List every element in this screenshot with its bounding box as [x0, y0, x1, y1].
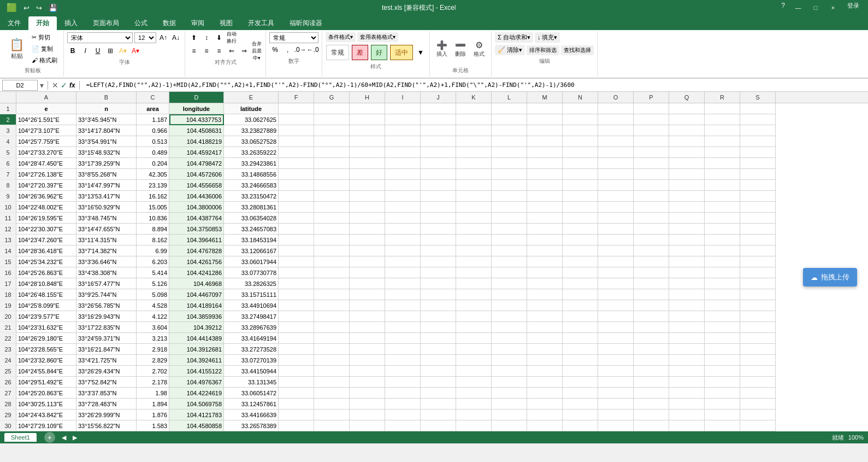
cell-c4[interactable]: 0.513 [137, 136, 169, 147]
cell-i15[interactable] [385, 256, 421, 267]
cell-o21[interactable] [598, 322, 634, 333]
cell-m5[interactable] [527, 147, 563, 158]
cell-o9[interactable] [598, 191, 634, 202]
cell-g13[interactable] [314, 235, 350, 245]
cell-l25[interactable] [492, 366, 527, 377]
name-box-dropdown[interactable]: ▾ [40, 81, 44, 90]
cell-c27[interactable]: 1.98 [137, 388, 169, 399]
cell-d18[interactable]: 104.4467097 [169, 289, 224, 300]
cell-f23[interactable] [279, 344, 314, 355]
cell-c29[interactable]: 1.876 [137, 410, 169, 420]
cell-s11[interactable] [740, 213, 776, 224]
cell-n7[interactable] [563, 169, 598, 180]
cell-a6[interactable]: 104°28'47.450"E [16, 158, 76, 169]
row-num-5[interactable]: 5 [0, 147, 16, 158]
cell-b9[interactable]: 33°13'53.417"N [76, 191, 137, 202]
cell-q16[interactable] [669, 267, 705, 278]
cell-f25[interactable] [279, 366, 314, 377]
cell-o14[interactable] [598, 245, 634, 256]
cell-j23[interactable] [421, 344, 456, 355]
row-num-23[interactable]: 23 [0, 344, 16, 355]
cell-f14[interactable] [279, 245, 314, 256]
cell-o2[interactable] [598, 114, 634, 125]
cell-g16[interactable] [314, 267, 350, 278]
cell-d21[interactable]: 104.39212 [169, 322, 224, 333]
cell-e17[interactable]: 33.2826325 [224, 278, 279, 289]
minimize-btn[interactable]: — [790, 2, 806, 14]
cell-k26[interactable] [456, 377, 492, 388]
cell-b3[interactable]: 33°14'17.804"N [76, 125, 137, 136]
cell-r26[interactable] [705, 377, 740, 388]
clear-btn[interactable]: 🧹 清除▾ [495, 45, 525, 55]
autosum-btn[interactable]: Σ 自动求和▾ [495, 32, 533, 43]
cell-b26[interactable]: 33°7'52.842"N [76, 377, 137, 388]
cell-h7[interactable] [350, 169, 385, 180]
col-header-b[interactable]: B [76, 92, 137, 103]
cell-m3[interactable] [527, 125, 563, 136]
cell-b4[interactable]: 33°3'54.991"N [76, 136, 137, 147]
cell-s23[interactable] [740, 344, 776, 355]
cell-m23[interactable] [527, 344, 563, 355]
row-num-14[interactable]: 14 [0, 245, 16, 256]
cell-k28[interactable] [456, 399, 492, 410]
cell-i5[interactable] [385, 147, 421, 158]
cell-a5[interactable]: 104°27'33.270"E [16, 147, 76, 158]
cell-j10[interactable] [421, 202, 456, 213]
cell-e3[interactable]: 33.23827889 [224, 125, 279, 136]
comma-btn[interactable]: , [282, 44, 293, 55]
tab-file[interactable]: 文件 [0, 16, 28, 30]
cell-m25[interactable] [527, 366, 563, 377]
cell-s3[interactable] [740, 125, 776, 136]
cell-b11[interactable]: 33°3'48.745"N [76, 213, 137, 224]
cell-d9[interactable]: 104.4436006 [169, 191, 224, 202]
cell-i22[interactable] [385, 333, 421, 344]
cell-l9[interactable] [492, 191, 527, 202]
cell-f28[interactable] [279, 399, 314, 410]
cell-g15[interactable] [314, 256, 350, 267]
cell-m7[interactable] [527, 169, 563, 180]
border-btn[interactable]: ⊞ [105, 45, 116, 56]
cell-j17[interactable] [421, 278, 456, 289]
cell-s7[interactable] [740, 169, 776, 180]
cell-r21[interactable] [705, 322, 740, 333]
row-num-15[interactable]: 15 [0, 256, 16, 267]
cell-k3[interactable] [456, 125, 492, 136]
row-num-17[interactable]: 17 [0, 278, 16, 289]
cell-n25[interactable] [563, 366, 598, 377]
col-header-e[interactable]: E [224, 92, 279, 103]
cell-s9[interactable] [740, 191, 776, 202]
cell-f15[interactable] [279, 256, 314, 267]
find-select-btn[interactable]: 查找和选择 [561, 45, 594, 55]
cell-i6[interactable] [385, 158, 421, 169]
cell-j25[interactable] [421, 366, 456, 377]
cell-q14[interactable] [669, 245, 705, 256]
cell-h28[interactable] [350, 399, 385, 410]
cell-r19[interactable] [705, 300, 740, 311]
cell-g21[interactable] [314, 322, 350, 333]
cell-l12[interactable] [492, 224, 527, 235]
cell-l18[interactable] [492, 289, 527, 300]
cell-c19[interactable]: 4.528 [137, 300, 169, 311]
cell-m1[interactable] [527, 103, 563, 114]
wrap-text-btn[interactable]: 自动换行 [226, 32, 237, 43]
cell-i29[interactable] [385, 410, 421, 420]
row-num-18[interactable]: 18 [0, 289, 16, 300]
font-size-select[interactable]: 12 [134, 32, 156, 43]
cell-d29[interactable]: 104.4121783 [169, 410, 224, 420]
cell-a4[interactable]: 104°25'7.759"E [16, 136, 76, 147]
cell-n5[interactable] [563, 147, 598, 158]
cell-s26[interactable] [740, 377, 776, 388]
cell-o3[interactable] [598, 125, 634, 136]
cell-r9[interactable] [705, 191, 740, 202]
cell-b14[interactable]: 33°7'14.382"N [76, 245, 137, 256]
cell-h16[interactable] [350, 267, 385, 278]
cell-q22[interactable] [669, 333, 705, 344]
cell-r7[interactable] [705, 169, 740, 180]
cell-e2[interactable]: 33.0627625 [224, 114, 279, 125]
cell-h27[interactable] [350, 388, 385, 399]
cell-o28[interactable] [598, 399, 634, 410]
cell-b21[interactable]: 33°17'22.835"N [76, 322, 137, 333]
cell-d10[interactable]: 104.3800006 [169, 202, 224, 213]
cell-o13[interactable] [598, 235, 634, 245]
cell-r24[interactable] [705, 355, 740, 366]
